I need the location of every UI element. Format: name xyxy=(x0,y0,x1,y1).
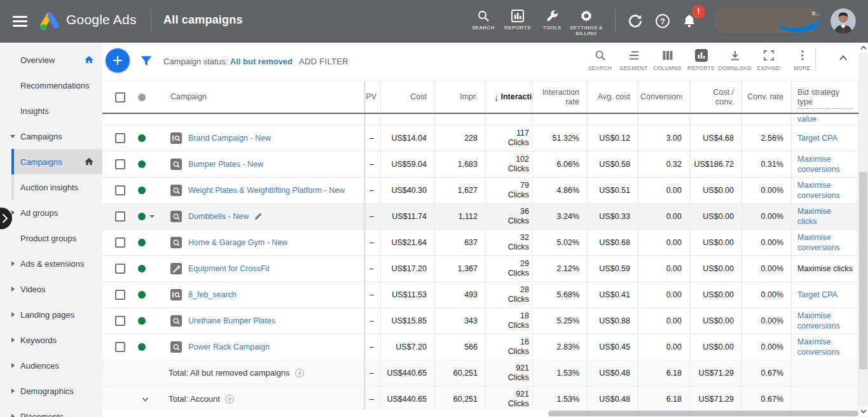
status-enabled-dot xyxy=(138,239,146,246)
column-header-impr[interactable]: Impr. xyxy=(435,81,486,113)
help-icon[interactable]: ? xyxy=(655,13,670,31)
account-swoosh-decoration xyxy=(779,18,825,36)
edit-pencil-icon[interactable] xyxy=(254,212,263,221)
sidebar-item-landing-pages[interactable]: Landing pages xyxy=(0,302,102,327)
row-checkbox[interactable] xyxy=(115,211,125,222)
main-menu-icon[interactable] xyxy=(13,16,27,27)
bid-strategy-cell[interactable]: Maximise conversions xyxy=(792,152,858,177)
campaign-link[interactable]: 8_feb_search xyxy=(188,290,237,299)
collapse-arrow-icon[interactable] xyxy=(11,337,15,343)
column-header-conv-rate[interactable]: Conv. rate xyxy=(742,81,792,113)
status-dropdown-icon[interactable] xyxy=(149,215,155,218)
toolbar-columns-button[interactable]: COLUMNS xyxy=(651,47,684,71)
sidebar-item-ads-extensions[interactable]: Ads & extensions xyxy=(0,251,102,276)
sidebar-expander-button[interactable] xyxy=(0,208,12,229)
campaign-link[interactable]: Bumper Plates - New xyxy=(188,160,263,169)
sidebar-item-campaigns[interactable]: Campaigns xyxy=(0,124,102,149)
bid-strategy-cell[interactable]: Maximise conversions xyxy=(792,178,858,203)
campaign-row: Equipment for CrossFit–US$17.201,36729Cl… xyxy=(102,256,858,282)
toolbar-expand-button[interactable]: EXPAND xyxy=(752,47,785,71)
total-label-cell: Total: All but removed campaigns? xyxy=(102,360,366,386)
toolbar-search-button[interactable]: SEARCH xyxy=(583,47,617,71)
column-header-interaction-rate[interactable]: Interaction rate xyxy=(533,81,588,113)
row-checkbox[interactable] xyxy=(115,264,125,274)
campaign-link[interactable]: Equipment for CrossFit xyxy=(188,264,270,273)
filter-funnel-icon[interactable] xyxy=(140,55,153,70)
collapse-arrow-icon[interactable] xyxy=(11,286,15,292)
sidebar-item-keywords[interactable]: Keywords xyxy=(0,327,102,353)
sidebar-item-demographics[interactable]: Demographics xyxy=(0,378,102,404)
campaign-link[interactable]: Urethane Bumper Plates xyxy=(188,316,275,325)
settings-icon xyxy=(579,5,593,23)
sidebar-item-overview[interactable]: Overview xyxy=(0,47,102,73)
row-checkbox[interactable] xyxy=(115,237,125,248)
campaign-link[interactable]: Brand Campaign - New xyxy=(188,134,271,143)
campaign-link[interactable]: Weight Plates & Weightlifting Platform -… xyxy=(188,186,345,195)
row-checkbox[interactable] xyxy=(115,316,125,326)
bid-strategy-cell[interactable]: Maximise conversions xyxy=(792,334,858,360)
topnav-tools[interactable]: TOOLS xyxy=(535,5,569,36)
row-checkbox[interactable] xyxy=(115,185,125,195)
horizontal-scrollbar[interactable] xyxy=(102,410,858,417)
collapse-arrow-icon[interactable] xyxy=(11,388,15,393)
campaign-status-filter[interactable]: Campaign status: All but removed xyxy=(163,57,293,66)
topnav-settings-billing[interactable]: SETTINGS &BILLING xyxy=(569,5,603,36)
bid-strategy-cell[interactable]: Maximise clicks xyxy=(792,204,858,229)
new-campaign-button[interactable] xyxy=(106,48,130,73)
sidebar-item-insights[interactable]: Insights xyxy=(0,98,102,124)
toolbar-more-button[interactable]: MORE xyxy=(785,47,819,71)
collapse-arrow-icon[interactable] xyxy=(11,312,15,317)
sidebar-item-product-groups[interactable]: Product groups xyxy=(0,225,102,251)
topnav-search[interactable]: SEARCH xyxy=(466,5,500,36)
column-header-conversions[interactable]: Conversions xyxy=(638,81,690,113)
campaign-link[interactable]: Home & Garage Gym - New xyxy=(188,238,287,247)
expand-arrow-icon[interactable] xyxy=(10,135,15,138)
toolbar-segment-button[interactable]: SEGMENT xyxy=(617,47,651,71)
home-icon xyxy=(84,55,94,67)
column-header-cost-conv[interactable]: Cost / conv. xyxy=(690,81,742,113)
help-icon[interactable]: ? xyxy=(225,394,234,404)
bid-strategy-cell[interactable]: Maximise conversions xyxy=(792,230,858,255)
sidebar-item-recommendations[interactable]: Recommendations xyxy=(0,73,102,98)
column-header-interactions[interactable]: ↓Interactions xyxy=(486,81,533,113)
collapse-arrow-icon[interactable] xyxy=(11,261,15,266)
column-header-cost[interactable]: Cost xyxy=(381,81,435,113)
campaign-cell: Equipment for CrossFit xyxy=(102,256,366,281)
add-filter-button[interactable]: ADD FILTER xyxy=(299,57,348,66)
sidebar-item-campaigns[interactable]: Campaigns xyxy=(0,149,102,174)
collapse-toolbar-icon[interactable] xyxy=(837,52,850,67)
topnav-reports[interactable]: REPORTS xyxy=(500,5,535,36)
help-icon[interactable]: ? xyxy=(295,368,304,378)
campaign-link[interactable]: Dumbbells - New xyxy=(188,212,249,221)
column-header-bid-strategy[interactable]: Bid strategy type xyxy=(792,81,858,113)
brand-title: Google Ads xyxy=(66,12,137,27)
select-all-checkbox[interactable] xyxy=(115,92,125,102)
column-header-pv[interactable]: PV xyxy=(366,81,381,113)
sidebar-item-auction-insights[interactable]: Auction insights xyxy=(0,174,102,200)
status-enabled-dot xyxy=(138,187,146,194)
row-checkbox[interactable] xyxy=(115,133,125,143)
row-checkbox[interactable] xyxy=(115,159,125,169)
collapse-arrow-icon[interactable] xyxy=(11,363,15,368)
campaign-row: 8_feb_search–US$11.5349328Clicks5.68%US$… xyxy=(102,282,858,308)
avatar[interactable] xyxy=(830,8,856,34)
row-checkbox[interactable] xyxy=(115,290,125,300)
bid-strategy-cell[interactable]: Target CPA xyxy=(792,125,858,151)
campaign-link[interactable]: Power Rack Campaign xyxy=(188,343,270,351)
sidebar-item-placements[interactable]: Placements xyxy=(0,404,102,417)
bid-strategy-cell[interactable]: Maximise conversions xyxy=(792,308,858,334)
sidebar-item-audiences[interactable]: Audiences xyxy=(0,353,102,378)
campaign-type-icon xyxy=(170,185,182,196)
toolbar-reports-button[interactable]: REPORTS xyxy=(684,47,718,71)
expand-total-icon[interactable] xyxy=(141,395,149,406)
vertical-scrollbar[interactable] xyxy=(858,43,868,417)
bid-strategy-cell[interactable]: Target CPA xyxy=(792,282,858,307)
collapse-arrow-icon[interactable] xyxy=(11,414,15,417)
sidebar-item-videos[interactable]: Videos xyxy=(0,276,102,302)
sidebar-item-ad-groups[interactable]: Ad groups xyxy=(0,200,102,225)
campaign-cell: Home & Garage Gym - New xyxy=(102,230,366,255)
toolbar-download-button[interactable]: DOWNLOAD xyxy=(718,47,752,71)
column-header-avg-cost[interactable]: Avg. cost xyxy=(588,81,638,113)
row-checkbox[interactable] xyxy=(115,342,125,352)
refresh-icon[interactable] xyxy=(627,13,644,32)
